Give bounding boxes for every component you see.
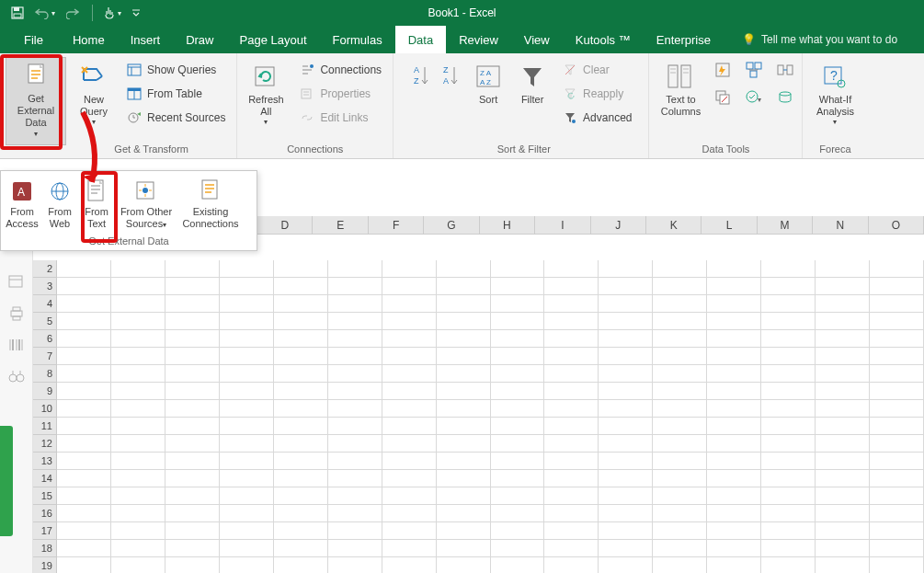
row-header-cell[interactable]: 13	[33, 453, 57, 470]
filter-button[interactable]: Filter	[513, 59, 552, 109]
svg-rect-69	[13, 316, 20, 320]
row-header-cell[interactable]: 9	[33, 383, 57, 400]
show-queries-button[interactable]: Show Queries	[121, 59, 231, 81]
row-header-cell[interactable]: 7	[33, 348, 57, 365]
tab-draw[interactable]: Draw	[173, 26, 226, 53]
row-headers[interactable]: 2 3 4 5 6 7 8 9 10 11 12 13 14 15 16 17 …	[33, 260, 57, 573]
row-header-cell[interactable]: 3	[33, 278, 57, 295]
refresh-all-button[interactable]: Refresh All ▾	[243, 59, 289, 131]
svg-text:Z: Z	[414, 76, 419, 86]
svg-text:A Z: A Z	[480, 78, 491, 86]
from-web-button[interactable]: From Web	[41, 175, 78, 235]
undo-button[interactable]: ▾	[33, 3, 57, 23]
advanced-filter-button[interactable]: Advanced	[557, 107, 637, 129]
row-header-cell[interactable]: 8	[33, 365, 57, 383]
from-table-button[interactable]: From Table	[121, 83, 231, 105]
from-text-label: From Text	[85, 206, 108, 230]
column-header-cell[interactable]: G	[424, 216, 479, 234]
column-header-cell[interactable]: F	[369, 216, 424, 234]
row-header-cell[interactable]: 11	[33, 418, 57, 435]
group-label-data-tools: Data Tools	[655, 142, 796, 158]
group-connections: Refresh All ▾ Connections Properties Edi…	[237, 53, 394, 158]
what-if-analysis-button[interactable]: ? What-If Analysis ▾	[808, 59, 861, 131]
ged-dropdown-label: Get External Data	[1, 235, 257, 250]
column-header-cell[interactable]: L	[702, 216, 757, 234]
data-tools-icons: ▾	[712, 59, 796, 109]
cells-area[interactable]	[57, 260, 924, 573]
chevron-down-icon: ▾	[833, 118, 837, 127]
row-header-cell[interactable]: 18	[33, 540, 57, 557]
from-text-button[interactable]: From Text	[78, 175, 115, 235]
from-other-sources-button[interactable]: From Other Sources▾	[115, 175, 177, 235]
sort-button[interactable]: Z AA Z Sort	[469, 59, 508, 109]
side-icon-sheet[interactable]	[8, 275, 25, 290]
sort-dialog-icon: Z AA Z	[475, 63, 501, 92]
column-header-cell[interactable]: M	[758, 216, 813, 234]
tab-enterprise[interactable]: Enterprise	[644, 26, 724, 53]
consolidate-button[interactable]	[743, 59, 765, 81]
recent-sources-button[interactable]: Recent Sources	[121, 107, 231, 129]
row-header-cell[interactable]: 12	[33, 435, 57, 453]
column-header-cell[interactable]: H	[480, 216, 535, 234]
column-header-cell[interactable]: J	[591, 216, 646, 234]
column-header-cell[interactable]: O	[869, 216, 924, 234]
column-header-cell[interactable]: N	[813, 216, 868, 234]
from-table-icon	[127, 86, 142, 101]
filter-label: Filter	[521, 94, 543, 106]
svg-rect-6	[31, 77, 38, 79]
tab-formulas[interactable]: Formulas	[320, 26, 395, 53]
row-header-cell[interactable]: 19	[33, 557, 57, 573]
row-header-cell[interactable]: 6	[33, 330, 57, 348]
column-header-cell[interactable]: D	[257, 216, 313, 234]
existing-connections-button[interactable]: Existing Connections	[177, 175, 244, 235]
row-header-cell[interactable]: 5	[33, 313, 57, 330]
tell-me-search[interactable]: 💡 Tell me what you want to do	[742, 26, 897, 53]
row-header-cell[interactable]: 14	[33, 470, 57, 487]
row-header-cell[interactable]: 2	[33, 260, 57, 278]
column-header-cell[interactable]: K	[646, 216, 702, 234]
save-button[interactable]	[6, 3, 29, 23]
column-headers[interactable]: D E F G H I J K L M N O	[257, 216, 924, 235]
tab-insert[interactable]: Insert	[118, 26, 174, 53]
tab-file[interactable]: File	[7, 26, 60, 53]
touch-mode-button[interactable]: ▾	[100, 3, 124, 23]
data-validation-button[interactable]: ▾	[743, 86, 765, 109]
from-table-label: From Table	[147, 87, 202, 100]
redo-button[interactable]	[61, 3, 85, 23]
tell-me-label: Tell me what you want to do	[761, 33, 897, 46]
properties-button: Properties	[294, 83, 387, 105]
sort-az-button[interactable]: AZ	[410, 59, 434, 96]
row-header-cell[interactable]: 16	[33, 505, 57, 522]
side-vertical-tab[interactable]	[0, 426, 13, 536]
side-icon-barcode[interactable]	[8, 338, 25, 352]
column-header-cell[interactable]: E	[313, 216, 368, 234]
tab-kutools[interactable]: Kutools ™	[563, 26, 644, 53]
get-external-data-button[interactable]: Get External Data ▾	[6, 57, 66, 145]
row-header-cell[interactable]: 17	[33, 522, 57, 540]
row-header-cell[interactable]: 15	[33, 487, 57, 505]
tab-review[interactable]: Review	[446, 26, 511, 53]
new-query-button[interactable]: New Query ▾	[72, 59, 116, 131]
worksheet-grid[interactable]: D E F G H I J K L M N O 2 3 4 5 6 7 8 9 …	[33, 216, 924, 573]
flash-fill-button[interactable]	[712, 59, 734, 81]
tab-view[interactable]: View	[511, 26, 563, 53]
row-header-cell[interactable]: 10	[33, 400, 57, 418]
side-icon-binoculars[interactable]	[8, 369, 25, 384]
manage-data-model-button[interactable]	[774, 86, 796, 109]
column-header-cell[interactable]: I	[535, 216, 590, 234]
relationships-button[interactable]	[774, 59, 796, 81]
sort-za-button[interactable]: ZA	[439, 59, 463, 96]
side-icon-printer[interactable]	[8, 306, 25, 321]
remove-duplicates-button[interactable]	[712, 86, 734, 109]
svg-rect-67	[11, 311, 22, 316]
customize-qat-button[interactable]	[128, 3, 144, 23]
text-to-columns-button[interactable]: Text to Columns	[655, 59, 706, 121]
from-access-button[interactable]: A From Access	[3, 175, 41, 235]
group-label-forecast: Foreca	[808, 142, 861, 158]
tab-home[interactable]: Home	[60, 26, 118, 53]
row-header-cell[interactable]: 4	[33, 295, 57, 313]
tab-data[interactable]: Data	[395, 26, 446, 53]
connections-button[interactable]: Connections	[294, 59, 387, 81]
new-query-label: New Query	[80, 94, 108, 118]
tab-page-layout[interactable]: Page Layout	[227, 26, 320, 53]
